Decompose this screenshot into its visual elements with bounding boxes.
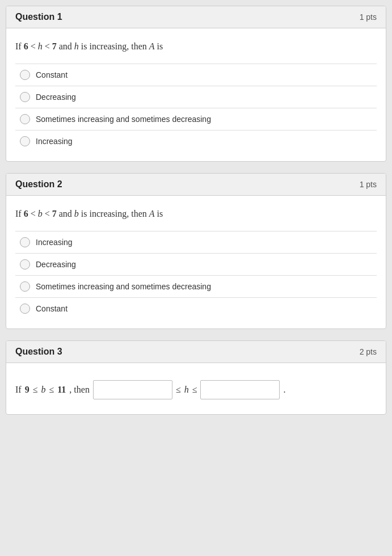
radio-button[interactable] [20, 136, 30, 146]
question-text-1: If 6 < h < 7 and h is increasing, then A… [15, 40, 377, 53]
radio-button[interactable] [20, 114, 30, 124]
math-value-11: 11 [57, 385, 66, 395]
question-card-1: Question 1 1 pts If 6 < h < 7 and h is i… [6, 6, 386, 162]
option-label: Sometimes increasing and sometimes decre… [36, 282, 211, 291]
question-body-2: If 6 < b < 7 and b is increasing, then A… [6, 196, 386, 328]
options-list-1: Constant Decreasing Sometimes increasing… [15, 64, 377, 152]
option-item[interactable]: Decreasing [15, 86, 377, 108]
option-label: Sometimes increasing and sometimes decre… [36, 115, 211, 124]
question-header-2: Question 2 1 pts [6, 174, 386, 196]
question-header-3: Question 3 2 pts [6, 341, 386, 363]
radio-button[interactable] [20, 92, 30, 102]
prompt-period: . [283, 385, 285, 395]
radio-button[interactable] [20, 281, 30, 292]
question-card-3: Question 3 2 pts If 9 ≤ b ≤ 11 , then ≤ … [6, 340, 386, 415]
radio-button[interactable] [20, 259, 30, 269]
option-label: Decreasing [36, 260, 76, 269]
math-leq1: ≤ [33, 385, 38, 395]
math-var-h1: h [38, 41, 43, 51]
math-var-b2: b [74, 209, 79, 218]
question-card-2: Question 2 1 pts If 6 < b < 7 and b is i… [6, 173, 386, 329]
question-title-2: Question 2 [15, 179, 62, 189]
math-var-A1: A [149, 41, 155, 51]
option-item[interactable]: Sometimes increasing and sometimes decre… [15, 108, 377, 130]
prompt-comma: , then [69, 385, 90, 395]
option-item[interactable]: Increasing [15, 130, 377, 152]
math-var-b3: b [41, 385, 45, 395]
prompt-if: If [15, 385, 22, 395]
radio-button[interactable] [20, 70, 30, 80]
math-var-A2: A [149, 209, 155, 218]
radio-button[interactable] [20, 304, 30, 314]
math-value-6a: 6 [24, 41, 28, 51]
option-label: Increasing [36, 137, 73, 146]
fill-in-input-2[interactable] [200, 380, 280, 399]
question-body-3: If 9 ≤ b ≤ 11 , then ≤ h ≤ . [6, 363, 386, 414]
option-item[interactable]: Decreasing [15, 254, 377, 276]
math-var-h3: h [184, 385, 189, 395]
question-text-2: If 6 < b < 7 and b is increasing, then A… [15, 207, 377, 221]
math-value-9: 9 [25, 385, 29, 395]
question-header-1: Question 1 1 pts [6, 6, 386, 28]
option-item[interactable]: Constant [15, 298, 377, 319]
question-body-1: If 6 < h < 7 and h is increasing, then A… [6, 28, 386, 161]
option-label: Constant [36, 70, 68, 79]
question-pts-3: 2 pts [360, 347, 377, 356]
math-var-b1: b [38, 209, 43, 218]
option-item[interactable]: Sometimes increasing and sometimes decre… [15, 276, 377, 298]
option-item[interactable]: Increasing [15, 231, 377, 254]
option-label: Increasing [36, 238, 73, 247]
radio-button[interactable] [20, 237, 30, 247]
math-leq3: ≤ [176, 385, 181, 395]
options-list-2: Increasing Decreasing Sometimes increasi… [15, 231, 377, 319]
math-leq2: ≤ [49, 385, 54, 395]
option-item[interactable]: Constant [15, 64, 377, 86]
fill-in-input-1[interactable] [93, 380, 172, 399]
option-label: Decreasing [36, 92, 76, 102]
option-label: Constant [36, 304, 68, 313]
question-title-3: Question 3 [15, 347, 62, 357]
question-title-1: Question 1 [15, 12, 62, 22]
question-pts-2: 1 pts [360, 180, 377, 189]
fill-in-row: If 9 ≤ b ≤ 11 , then ≤ h ≤ . [15, 374, 377, 405]
math-value-7b: 7 [52, 209, 57, 218]
math-var-h2: h [74, 41, 79, 51]
math-value-6b: 6 [24, 209, 28, 218]
math-leq4: ≤ [192, 385, 197, 395]
math-value-7a: 7 [52, 41, 57, 51]
question-pts-1: 1 pts [360, 12, 377, 22]
